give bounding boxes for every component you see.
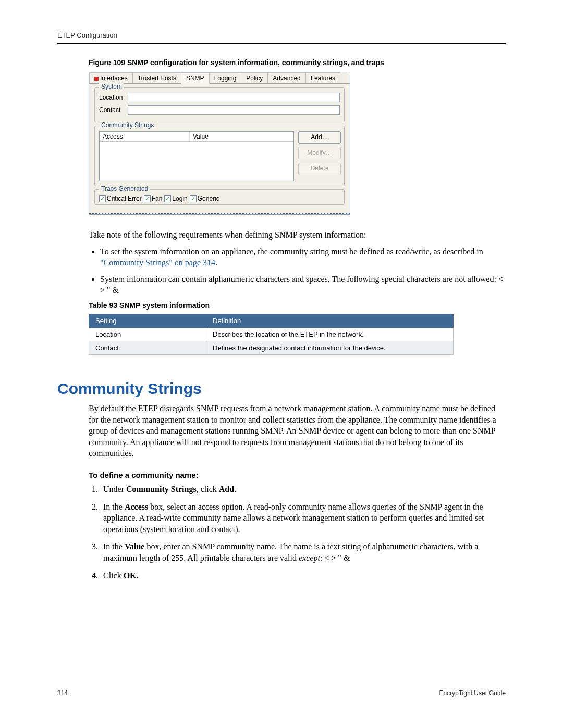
tab-logging[interactable]: Logging (209, 72, 242, 83)
delete-button[interactable]: Delete (298, 163, 341, 175)
traps-fieldset: Traps Generated ✓Critical Error ✓Fan ✓Lo… (94, 189, 345, 205)
table-row: Contact Defines the designated contact i… (89, 341, 454, 354)
snmp-config-screenshot: Interfaces Trusted Hosts SNMP Logging Po… (89, 72, 350, 215)
alert-icon (94, 77, 99, 81)
tab-advanced[interactable]: Advanced (267, 72, 305, 83)
system-fieldset: System Location Contact (94, 87, 345, 122)
requirement-list: To set the system information on an appl… (89, 246, 506, 296)
check-icon: ✓ (144, 195, 151, 202)
th-setting: Setting (89, 314, 206, 327)
header-title: ETEP Configuration (57, 31, 506, 39)
bold-term: Value (125, 542, 145, 551)
location-label: Location (99, 94, 128, 101)
list-item: Click OK. (100, 570, 506, 582)
subheading: To define a community name: (89, 471, 506, 479)
guide-name: EncrypTight User Guide (439, 689, 506, 697)
col-access: Access (100, 132, 190, 141)
community-strings-legend: Community Strings (99, 121, 156, 129)
steps-list: Under Community Strings, click Add. In t… (89, 484, 506, 581)
section-title: Community Strings (57, 380, 506, 398)
tab-interfaces[interactable]: Interfaces (89, 72, 133, 83)
table-row: Location Describes the location of the E… (89, 327, 454, 341)
cell-setting: Contact (89, 341, 206, 354)
bold-term: OK (124, 571, 137, 580)
chk-label: Critical Error (107, 195, 142, 202)
cell-definition: Describes the location of the ETEP in th… (206, 327, 454, 341)
chk-generic[interactable]: ✓Generic (190, 195, 219, 202)
community-strings-link[interactable]: "Community Strings" on page 314 (100, 258, 215, 267)
check-icon: ✓ (190, 195, 197, 202)
chk-label: Login (172, 195, 187, 202)
chk-label: Generic (198, 195, 219, 202)
contact-input[interactable] (128, 105, 340, 115)
cell-setting: Location (89, 327, 206, 341)
snmp-system-info-table: Setting Definition Location Describes th… (89, 314, 454, 355)
tab-features[interactable]: Features (305, 72, 340, 83)
system-legend: System (99, 83, 124, 90)
chk-fan[interactable]: ✓Fan (144, 195, 163, 202)
chk-login[interactable]: ✓Login (164, 195, 187, 202)
list-item: In the Access box, select an access opti… (100, 501, 506, 535)
contact-label: Contact (99, 106, 128, 114)
tab-label: Interfaces (100, 75, 128, 82)
list-item: Under Community Strings, click Add. (100, 484, 506, 495)
traps-legend: Traps Generated (99, 185, 150, 192)
th-definition: Definition (206, 314, 454, 327)
tab-snmp[interactable]: SNMP (181, 72, 210, 84)
chk-critical-error[interactable]: ✓Critical Error (99, 195, 142, 202)
add-button[interactable]: Add… (298, 131, 341, 144)
check-icon: ✓ (164, 195, 171, 202)
section-paragraph: By default the ETEP disregards SNMP requ… (89, 403, 506, 459)
bullet-text: . (215, 258, 217, 267)
cell-definition: Defines the designated contact informati… (206, 341, 454, 354)
community-strings-fieldset: Community Strings Access Value Add… Modi… (94, 126, 345, 186)
figure-caption: Figure 109 SNMP configuration for system… (89, 58, 506, 67)
bold-term: Add (219, 485, 234, 493)
page-number: 314 (57, 689, 68, 697)
bullet-text: To set the system information on an appl… (100, 247, 483, 256)
tab-bar: Interfaces Trusted Hosts SNMP Logging Po… (89, 72, 350, 84)
screenshot-cutoff (89, 213, 350, 214)
community-strings-table[interactable]: Access Value (99, 131, 294, 181)
check-icon: ✓ (99, 195, 106, 202)
chk-label: Fan (152, 195, 163, 202)
tab-policy[interactable]: Policy (241, 72, 268, 83)
list-item: System information can contain alphanume… (100, 274, 506, 296)
header-rule (57, 43, 506, 44)
table-caption: Table 93 SNMP system information (89, 301, 506, 310)
location-input[interactable] (128, 93, 340, 102)
col-value: Value (190, 132, 212, 141)
intro-text: Take note of the following requirements … (89, 229, 506, 241)
tab-trusted-hosts[interactable]: Trusted Hosts (132, 72, 181, 83)
list-item: To set the system information on an appl… (100, 246, 506, 268)
bold-term: Community Strings (126, 485, 197, 493)
modify-button[interactable]: Modify… (298, 147, 341, 159)
list-item: In the Value box, enter an SNMP communit… (100, 541, 506, 563)
footer: 314 EncrypTight User Guide (57, 689, 506, 697)
italic-term: except (299, 553, 320, 562)
bold-term: Access (125, 502, 148, 511)
